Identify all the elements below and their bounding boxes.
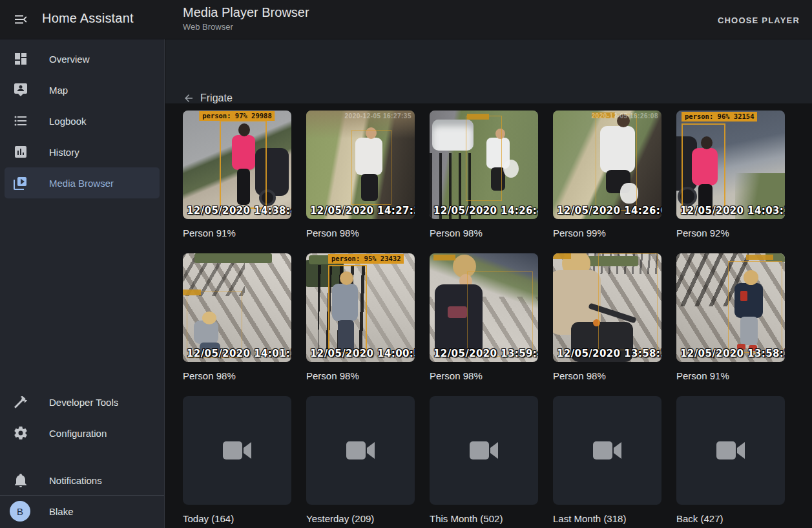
clip-cell: 2020-12-05 16:26:08 12/05/2020 14:26:07 … xyxy=(553,111,661,240)
media-player-title: Media Player Browser xyxy=(183,5,309,20)
folder-caption: Yesterday (209) xyxy=(306,512,415,525)
sidebar-item-map[interactable]: Map xyxy=(5,74,160,105)
menu-open-icon xyxy=(13,12,28,27)
clip-cell: 12/05/2020 13:59:49 Person 98% xyxy=(430,253,538,383)
detection-label xyxy=(746,255,773,260)
clip-timestamp: 12/05/2020 14:26:46 xyxy=(433,205,538,216)
clip-thumbnail[interactable]: 12/05/2020 13:58:30 xyxy=(553,253,661,362)
clip-caption: Person 92% xyxy=(676,227,785,240)
clip-timestamp: 12/05/2020 14:27:35 xyxy=(310,205,415,216)
clip-cell: person: 97% 29988 12/05/2020 14:38:47 Pe… xyxy=(183,111,291,240)
detection-bounding-box xyxy=(728,261,782,353)
sidebar-item-developer-tools[interactable]: Developer Tools xyxy=(5,386,160,417)
clip-cell: 12/05/2020 13:58:30 Person 98% xyxy=(553,253,661,383)
sidebar-item-history[interactable]: History xyxy=(5,136,160,167)
breadcrumb-back-link[interactable]: Frigate xyxy=(183,92,233,104)
clip-thumbnail[interactable]: 12/05/2020 14:01:14 xyxy=(183,253,291,362)
avatar: B xyxy=(10,501,30,522)
app-title: Home Assistant xyxy=(42,11,134,26)
clip-timestamp: 12/05/2020 14:00:52 xyxy=(310,348,415,359)
detection-bounding-box xyxy=(466,116,502,201)
choose-player-button[interactable]: CHOOSE PLAYER xyxy=(714,13,804,28)
clips-content-area: person: 97% 29988 12/05/2020 14:38:47 Pe… xyxy=(165,103,812,528)
detection-bounding-box xyxy=(596,114,637,211)
sidebar-item-label: Developer Tools xyxy=(49,397,118,408)
clip-thumbnail[interactable]: person: 96% 32154 12/05/2020 14:03:17 xyxy=(676,111,785,219)
clip-caption: Person 91% xyxy=(183,227,291,240)
detection-label xyxy=(183,290,201,295)
video-camera-icon xyxy=(220,438,254,463)
clip-cell: 2020-12-05 16:27:35 12/05/2020 14:27:35 … xyxy=(306,111,415,240)
app-top-bar: Home Assistant Media Player Browser Web … xyxy=(0,0,812,39)
camera-timestamp: 2020-12-05 16:26:08 xyxy=(592,112,658,120)
clip-timestamp: 12/05/2020 13:58:17 xyxy=(680,348,785,359)
clip-timestamp: 12/05/2020 13:59:49 xyxy=(433,348,538,359)
clips-grid: person: 97% 29988 12/05/2020 14:38:47 Pe… xyxy=(183,111,785,525)
sidebar-item-media-browser[interactable]: Media Browser xyxy=(5,167,160,198)
clip-caption: Person 98% xyxy=(430,370,538,383)
folder-thumbnail-last-month[interactable] xyxy=(553,396,661,505)
clip-caption: Person 99% xyxy=(553,227,661,240)
folder-thumbnail-today[interactable] xyxy=(183,396,291,505)
detection-label xyxy=(553,253,571,259)
folder-cell: Yesterday (209) xyxy=(306,396,415,525)
sidebar-item-configuration[interactable]: Configuration xyxy=(5,417,160,449)
clip-timestamp: 12/05/2020 14:01:14 xyxy=(187,348,291,359)
folder-caption: This Month (502) xyxy=(430,512,538,525)
hammer-icon xyxy=(13,394,28,410)
clip-caption: Person 91% xyxy=(676,370,785,383)
sidebar-item-user-profile[interactable]: B Blake xyxy=(5,496,160,527)
clip-thumbnail[interactable]: person: 95% 23432 12/05/2020 14:00:52 xyxy=(306,253,415,362)
clip-thumbnail[interactable]: 2020-12-05 16:27:35 12/05/2020 14:27:35 xyxy=(306,111,415,219)
folder-cell: Last Month (318) xyxy=(553,396,661,525)
clip-thumbnail[interactable]: 12/05/2020 13:59:49 xyxy=(430,253,538,362)
sidebar-item-label: Logbook xyxy=(49,116,87,127)
clip-thumbnail[interactable]: 2020-12-05 16:26:08 12/05/2020 14:26:07 xyxy=(553,111,661,219)
folder-cell: This Month (502) xyxy=(430,396,538,525)
clip-caption: Person 98% xyxy=(553,370,661,383)
clip-thumbnail[interactable]: 12/05/2020 13:58:17 xyxy=(676,253,785,362)
view-dashboard-icon xyxy=(13,51,28,67)
detection-label: person: 97% 29988 xyxy=(199,111,275,121)
video-camera-icon xyxy=(344,438,377,463)
video-camera-icon xyxy=(467,438,501,463)
sidebar-toggle-button[interactable] xyxy=(12,10,30,28)
folder-caption: Last Month (318) xyxy=(553,512,661,525)
media-player-subtitle: Web Browser xyxy=(183,22,309,32)
sidebar-item-label: Configuration xyxy=(49,428,107,439)
clip-cell: 12/05/2020 14:01:14 Person 98% xyxy=(183,253,291,383)
media-player-header: Media Player Browser Web Browser xyxy=(183,5,309,32)
user-name-label: Blake xyxy=(49,506,74,517)
detection-label: person: 95% 23432 xyxy=(328,254,404,264)
camera-timestamp: 2020-12-05 16:27:35 xyxy=(345,112,411,120)
folder-thumbnail-this-month[interactable] xyxy=(430,396,538,505)
video-camera-icon xyxy=(590,438,624,463)
bar-chart-box-icon xyxy=(13,144,28,160)
sidebar-item-overview[interactable]: Overview xyxy=(5,43,160,74)
clip-timestamp: 12/05/2020 14:26:07 xyxy=(557,205,661,216)
clip-cell: person: 95% 23432 12/05/2020 14:00:52 Pe… xyxy=(306,253,415,383)
detection-bounding-box xyxy=(682,123,725,213)
sidebar-item-logbook[interactable]: Logbook xyxy=(5,105,160,136)
sidebar-item-label: Map xyxy=(49,85,68,96)
clip-thumbnail[interactable]: 12/05/2020 14:26:46 xyxy=(430,111,538,219)
clip-cell: 12/05/2020 13:58:17 Person 91% xyxy=(676,253,785,383)
folder-thumbnail-yesterday[interactable] xyxy=(306,396,415,505)
media-browser-header: Frigate Clips (820) xyxy=(165,39,812,103)
sidebar-item-label: Overview xyxy=(49,54,90,65)
folder-cell: Today (164) xyxy=(183,396,291,525)
clip-thumbnail[interactable]: person: 97% 29988 12/05/2020 14:38:47 xyxy=(183,111,291,219)
gear-icon xyxy=(13,425,28,441)
clip-timestamp: 12/05/2020 14:03:17 xyxy=(680,205,785,216)
detection-label: person: 96% 32154 xyxy=(682,112,757,121)
detection-bounding-box xyxy=(351,130,391,205)
detection-bounding-box xyxy=(598,253,658,350)
sidebar-item-label: Media Browser xyxy=(49,178,114,189)
breadcrumb-label: Frigate xyxy=(200,92,233,104)
detection-label xyxy=(433,255,455,260)
video-camera-icon xyxy=(714,438,747,463)
detection-bounding-box xyxy=(220,120,267,209)
folder-thumbnail-back[interactable] xyxy=(676,396,785,505)
clip-timestamp: 12/05/2020 14:38:47 xyxy=(187,205,291,216)
sidebar-item-notifications[interactable]: Notifications xyxy=(5,465,160,496)
